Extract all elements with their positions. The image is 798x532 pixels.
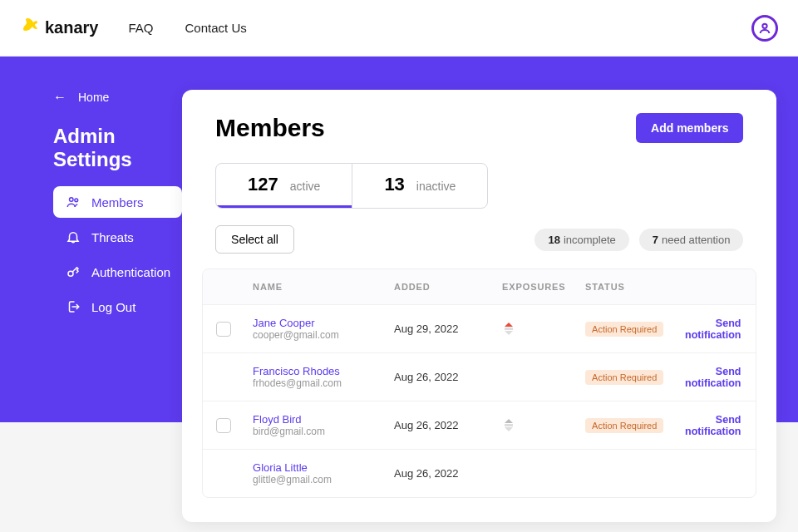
filter-label: need attention (662, 234, 730, 246)
tab-inactive[interactable]: 13inactive (352, 164, 487, 208)
row-name[interactable]: Gloria Little (253, 461, 394, 474)
breadcrumb-home[interactable]: ← Home (53, 90, 182, 105)
exposure-up-icon (502, 323, 515, 335)
col-name: NAME (253, 282, 394, 292)
filter-incomplete[interactable]: 18incomplete (534, 229, 628, 251)
logout-icon (65, 298, 81, 315)
send-notification-link[interactable]: Send notification (685, 414, 747, 437)
row-added: Aug 26, 2022 (394, 467, 502, 480)
status-badge: Action Required (585, 418, 663, 433)
sidebar-item-members[interactable]: Members (53, 186, 182, 218)
row-added: Aug 26, 2022 (394, 419, 502, 431)
breadcrumb-label: Home (78, 91, 109, 104)
bell-icon (65, 229, 81, 245)
member-tabs: 127active13inactive (215, 163, 488, 209)
table-row: Jane Coopercooper@gmail.comAug 29, 2022A… (203, 304, 756, 352)
col-exposures: EXPOSURES (502, 282, 585, 292)
tab-count: 127 (248, 174, 278, 195)
tab-label: inactive (416, 180, 456, 193)
top-nav: kanary FAQ Contact Us (0, 0, 798, 57)
row-email: bird@gmail.com (253, 426, 394, 437)
nav-faq[interactable]: FAQ (129, 21, 154, 35)
row-added: Aug 26, 2022 (394, 371, 502, 383)
svg-point-1 (70, 198, 74, 202)
profile-button[interactable] (751, 15, 778, 42)
filter-label: incomplete (564, 234, 616, 246)
bird-icon (20, 15, 40, 41)
send-notification-link[interactable]: Send notification (685, 318, 747, 341)
filter-count: 7 (653, 234, 658, 246)
group-icon (65, 194, 81, 210)
row-email: frhodes@gmail.com (253, 377, 394, 389)
row-checkbox[interactable] (216, 322, 231, 337)
svg-point-2 (75, 199, 78, 202)
nav-contact[interactable]: Contact Us (185, 21, 247, 35)
members-table: NAME ADDED EXPOSURES STATUS Jane Cooperc… (202, 268, 756, 498)
tab-active[interactable]: 127active (216, 164, 352, 208)
panel-title: Members (215, 114, 325, 142)
table-row: Gloria Littleglittle@gmail.comAug 26, 20… (203, 449, 756, 497)
filter-need-attention[interactable]: 7need attention (639, 229, 744, 251)
sidebar-item-log-out[interactable]: Log Out (53, 291, 182, 323)
sidebar: ← Home Admin Settings MembersThreatsAuth… (0, 90, 182, 522)
row-name[interactable]: Floyd Bird (253, 413, 394, 426)
add-members-button[interactable]: Add members (636, 113, 743, 143)
tab-label: active (290, 180, 321, 193)
row-email: cooper@gmail.com (253, 329, 394, 341)
status-badge: Action Required (585, 370, 663, 385)
members-panel: Members Add members 127active13inactive … (182, 90, 776, 522)
status-badge: Action Required (585, 322, 663, 337)
sidebar-item-label: Log Out (91, 300, 135, 314)
row-added: Aug 29, 2022 (394, 323, 502, 335)
col-status: STATUS (585, 282, 685, 292)
sidebar-item-label: Threats (91, 230, 134, 244)
select-all-button[interactable]: Select all (215, 225, 294, 254)
brand-name: kanary (45, 18, 99, 37)
arrow-left-icon: ← (53, 90, 66, 105)
user-icon (758, 22, 771, 35)
row-checkbox[interactable] (216, 418, 231, 433)
svg-point-3 (68, 271, 73, 276)
page-title: Admin Settings (53, 125, 182, 171)
row-email: glittle@gmail.com (253, 474, 394, 485)
send-notification-link[interactable]: Send notification (685, 366, 747, 389)
row-name[interactable]: Francisco Rhodes (253, 365, 394, 377)
sidebar-item-threats[interactable]: Threats (53, 221, 182, 253)
svg-point-0 (762, 23, 766, 27)
table-header: NAME ADDED EXPOSURES STATUS (203, 269, 756, 304)
key-icon (65, 264, 81, 280)
row-name[interactable]: Jane Cooper (253, 317, 394, 329)
tab-count: 13 (384, 174, 404, 195)
filter-count: 18 (548, 234, 559, 246)
sidebar-item-authentication[interactable]: Authentication (53, 256, 182, 288)
sidebar-item-label: Members (91, 195, 144, 209)
sidebar-item-label: Authentication (91, 265, 170, 279)
table-row: Floyd Birdbird@gmail.comAug 26, 2022Acti… (203, 401, 756, 449)
table-row: Francisco Rhodesfrhodes@gmail.comAug 26,… (203, 352, 756, 401)
brand-logo[interactable]: kanary (20, 15, 99, 41)
col-added: ADDED (394, 282, 502, 292)
exposure-neutral-icon (502, 419, 515, 431)
